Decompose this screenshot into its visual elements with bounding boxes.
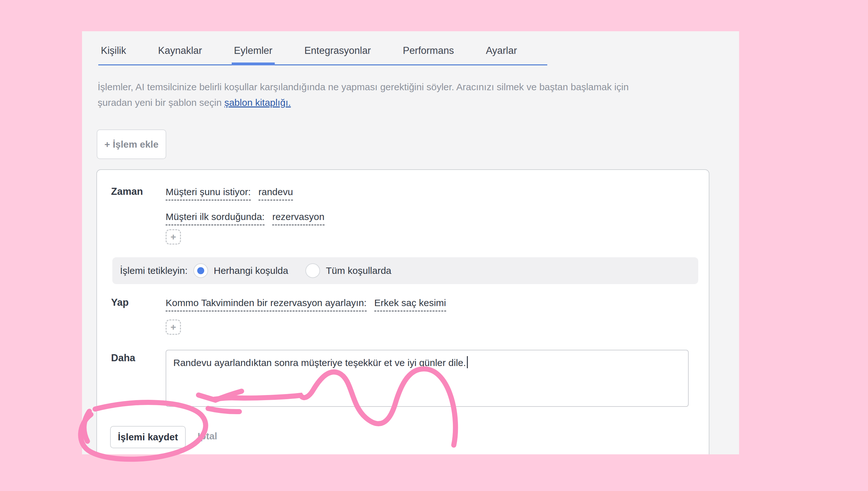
actions-description: İşlemler, AI temsilcinize belirli koşull… <box>98 79 723 110</box>
tab-bar: Kişilik Kaynaklar Eylemler Entegrasyonla… <box>98 45 547 65</box>
description-line1: İşlemler, AI temsilcinize belirli koşull… <box>98 79 723 95</box>
tab-entegrasyonlar[interactable]: Entegrasyonlar <box>304 45 371 64</box>
radio-all-conditions-icon[interactable] <box>305 263 320 278</box>
when-condition-1-field[interactable]: Müşteri şunu istiyor: <box>166 186 251 201</box>
tab-kaynaklar[interactable]: Kaynaklar <box>158 45 202 64</box>
trigger-label: İşlemi tetikleyin: <box>120 265 188 276</box>
more-textarea-value: Randevu ayarlandıktan sonra müşteriye te… <box>173 357 466 368</box>
tab-ayarlar[interactable]: Ayarlar <box>486 45 517 64</box>
plus-icon: + <box>170 322 176 332</box>
text-cursor <box>467 356 468 368</box>
tab-performans[interactable]: Performans <box>403 45 454 64</box>
radio-any-condition-icon[interactable] <box>193 263 208 278</box>
tab-kisilik[interactable]: Kişilik <box>101 45 126 64</box>
when-condition-1-value[interactable]: randevu <box>259 186 293 201</box>
when-condition-row-2: Müşteri ilk sorduğunda:rezervasyon <box>166 211 332 225</box>
when-label: Zaman <box>111 186 143 197</box>
radio-all-conditions-label[interactable]: Tüm koşullarda <box>326 265 391 276</box>
plus-icon: + <box>170 232 176 242</box>
settings-card: Kişilik Kaynaklar Eylemler Entegrasyonla… <box>82 31 739 454</box>
tab-eylemler[interactable]: Eylemler <box>234 45 273 64</box>
trigger-bar: İşlemi tetikleyin: Herhangi koşulda Tüm … <box>112 257 698 284</box>
add-condition-button[interactable]: + <box>166 229 181 244</box>
cancel-button[interactable]: Iptal <box>197 431 217 441</box>
do-label: Yap <box>111 297 129 308</box>
do-condition-value[interactable]: Erkek saç kesimi <box>374 297 446 312</box>
save-action-button[interactable]: İşlemi kaydet <box>110 426 186 448</box>
add-do-step-button[interactable]: + <box>166 319 181 335</box>
more-label: Daha <box>111 352 135 364</box>
action-editor-panel: Zaman Müşteri şunu istiyor:randevu Müşte… <box>97 169 709 454</box>
more-textarea[interactable]: Randevu ayarlandıktan sonra müşteriye te… <box>166 350 689 407</box>
description-line2-text: şuradan yeni bir şablon seçin <box>98 97 224 108</box>
do-condition-row: Kommo Takviminden bir rezervasyon ayarla… <box>166 297 454 312</box>
radio-selected-dot <box>197 267 204 274</box>
radio-any-condition-label[interactable]: Herhangi koşulda <box>214 265 288 276</box>
do-condition-field[interactable]: Kommo Takviminden bir rezervasyon ayarla… <box>166 297 367 312</box>
when-condition-2-field[interactable]: Müşteri ilk sorduğunda: <box>166 211 265 225</box>
when-condition-row-1: Müşteri şunu istiyor:randevu <box>166 186 301 201</box>
template-library-link[interactable]: şablon kitaplığı. <box>224 97 291 108</box>
when-condition-2-value[interactable]: rezervasyon <box>272 211 324 225</box>
add-action-button[interactable]: + İşlem ekle <box>97 129 166 159</box>
description-line2: şuradan yeni bir şablon seçin şablon kit… <box>98 95 723 110</box>
